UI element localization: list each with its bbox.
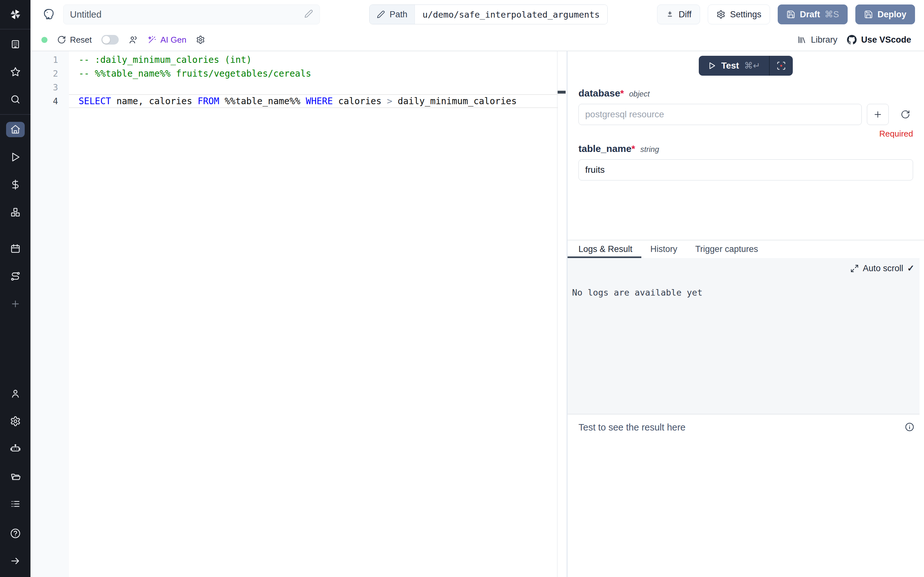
library-icon xyxy=(797,35,806,44)
pencil-icon xyxy=(376,10,385,19)
sidebar-item-add[interactable] xyxy=(6,296,25,311)
sidebar-item-search[interactable] xyxy=(6,92,25,107)
calendar-icon xyxy=(10,243,21,254)
code-text: -- %%table_name%% fruits/vegetables/cere… xyxy=(69,67,311,81)
field-label-table-name: table_name* string xyxy=(578,143,913,154)
code-lines: 1-- :daily_minimum_calories (int)2-- %%t… xyxy=(31,53,567,108)
sidebar-item-settings[interactable] xyxy=(6,414,25,429)
test-label: Test xyxy=(721,61,739,71)
multiplayer-icon xyxy=(128,35,138,45)
ai-gen-label: AI Gen xyxy=(160,35,186,45)
tab-trigger-captures[interactable]: Trigger captures xyxy=(686,240,767,258)
plus-icon xyxy=(10,299,21,309)
github-icon xyxy=(847,35,857,45)
table-name-input[interactable] xyxy=(578,159,913,181)
sidebar xyxy=(0,0,31,577)
result-tabs: Logs & ResultHistoryTrigger captures xyxy=(567,240,924,258)
diff-button[interactable]: Diff xyxy=(657,5,700,24)
logs-panel: Auto scroll ✓ No logs are available yet xyxy=(567,258,919,414)
line-number: 2 xyxy=(31,67,69,81)
use-vscode-button[interactable]: Use VScode xyxy=(847,35,911,45)
code-editor[interactable]: 1-- :daily_minimum_calories (int)2-- %%t… xyxy=(31,51,567,577)
code-line[interactable]: 4SELECT name, calories FROM %%table_name… xyxy=(31,94,567,108)
settings-button[interactable]: Settings xyxy=(708,5,770,24)
wand-icon xyxy=(148,35,157,44)
user-icon xyxy=(10,388,21,399)
play-icon xyxy=(708,61,716,70)
auto-scroll-check[interactable]: ✓ xyxy=(907,263,914,274)
windmill-logo[interactable] xyxy=(0,0,31,29)
draft-button[interactable]: Draft ⌘S xyxy=(778,5,848,24)
field-name: database* xyxy=(578,88,624,99)
sidebar-item-runs[interactable] xyxy=(6,149,25,165)
path-control[interactable]: Path u/demo/safe_interpolated_arguments xyxy=(369,5,607,24)
tab-logs-result[interactable]: Logs & Result xyxy=(567,240,641,258)
sidebar-item-home[interactable] xyxy=(6,122,25,137)
status-dot xyxy=(41,37,47,43)
draft-label: Draft xyxy=(800,10,820,19)
route-icon xyxy=(10,271,21,282)
sidebar-item-folders[interactable] xyxy=(6,469,25,484)
sidebar-item-help[interactable] xyxy=(6,526,25,541)
sidebar-item-audit-logs[interactable] xyxy=(6,496,25,512)
home-icon xyxy=(10,124,21,135)
sidebar-group-top xyxy=(0,29,31,114)
code-text xyxy=(69,81,79,94)
field-name: table_name* xyxy=(578,143,635,154)
search-icon xyxy=(10,94,21,105)
database-input[interactable] xyxy=(578,104,862,125)
refresh-resource-button[interactable] xyxy=(898,107,913,122)
sidebar-item-workers[interactable] xyxy=(6,441,25,456)
sidebar-item-collapse[interactable] xyxy=(6,553,25,569)
sidebar-item-workspace[interactable] xyxy=(6,37,25,52)
sidebar-item-favorites[interactable] xyxy=(6,64,25,79)
sidebar-item-variables[interactable] xyxy=(6,177,25,192)
toggle-knob xyxy=(102,36,110,44)
sidebar-group-footer xyxy=(0,519,31,577)
multiplayer-toggle[interactable] xyxy=(102,35,119,45)
sidebar-item-resources[interactable] xyxy=(6,205,25,220)
deploy-label: Deploy xyxy=(877,10,906,19)
sidebar-item-schedules[interactable] xyxy=(6,241,25,256)
test-button-group: Test ⌘↵ xyxy=(699,56,793,76)
edit-title-icon[interactable] xyxy=(304,9,313,19)
deploy-button[interactable]: Deploy xyxy=(855,5,915,24)
test-form-section: Test ⌘↵ xyxy=(567,51,924,240)
auto-scroll-label[interactable]: Auto scroll xyxy=(863,263,903,274)
tab-history[interactable]: History xyxy=(641,240,686,258)
code-line[interactable]: 2-- %%table_name%% fruits/vegetables/cer… xyxy=(31,67,567,81)
required-error: Required xyxy=(578,129,913,139)
required-star: * xyxy=(632,143,635,154)
result-placeholder: Test to see the result here xyxy=(578,422,686,433)
sidebar-item-flows[interactable] xyxy=(6,269,25,284)
use-vscode-label: Use VScode xyxy=(861,35,911,45)
reset-button[interactable]: Reset xyxy=(57,35,92,45)
path-label: Path xyxy=(389,10,407,19)
play-icon xyxy=(10,152,21,163)
ai-gen-button[interactable]: AI Gen xyxy=(148,35,186,45)
settings-label: Settings xyxy=(730,10,761,19)
code-text: SELECT name, calories FROM %%table_name%… xyxy=(69,94,517,108)
folder-open-icon xyxy=(10,471,21,482)
sidebar-item-user[interactable] xyxy=(6,386,25,401)
star-icon xyxy=(10,66,21,77)
draft-shortcut: ⌘S xyxy=(825,9,839,19)
code-line[interactable]: 3 xyxy=(31,81,567,94)
refresh-icon xyxy=(57,35,66,44)
path-label-section[interactable]: Path xyxy=(370,5,415,24)
diff-label: Diff xyxy=(678,10,691,19)
capture-button[interactable] xyxy=(770,56,793,76)
arrow-right-icon xyxy=(10,556,21,566)
add-resource-button[interactable] xyxy=(867,104,889,125)
script-title-input[interactable]: Untitled xyxy=(63,5,320,24)
info-icon[interactable] xyxy=(905,422,914,432)
editor-settings-icon[interactable] xyxy=(196,35,205,44)
logs-empty-message: No logs are available yet xyxy=(572,287,914,298)
line-number: 3 xyxy=(31,81,69,94)
expand-icon[interactable] xyxy=(850,264,859,273)
library-button[interactable]: Library xyxy=(797,35,837,45)
reset-label: Reset xyxy=(70,35,92,45)
app-window: Untitled Path u/demo/safe_interpolated_a… xyxy=(0,0,924,577)
code-line[interactable]: 1-- :daily_minimum_calories (int) xyxy=(31,53,567,67)
test-button[interactable]: Test ⌘↵ xyxy=(699,56,769,76)
